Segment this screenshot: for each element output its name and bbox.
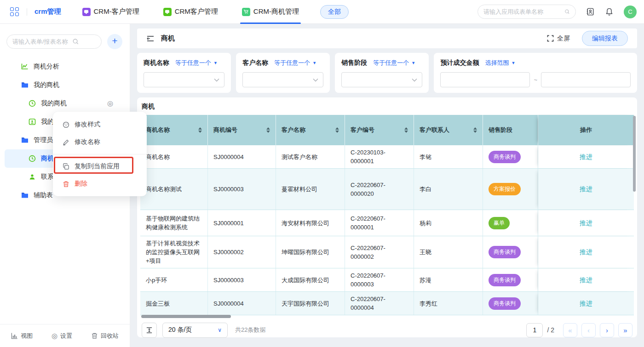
- vertical-scrollbar[interactable]: [633, 116, 636, 192]
- sort-icon[interactable]: [473, 127, 477, 133]
- sidebar-search[interactable]: [6, 34, 102, 49]
- first-page-button[interactable]: «: [563, 323, 577, 337]
- filter-operator-dropdown[interactable]: 等于任意一个▼: [274, 59, 316, 67]
- app-tab-crm-customer-2[interactable]: CRM客户管理: [163, 0, 218, 24]
- cell-opportunity-code: SJ0000001: [208, 210, 276, 236]
- chevron-down-icon: [412, 78, 417, 82]
- amount-max-input[interactable]: [541, 72, 631, 87]
- column-header-customer-code[interactable]: 客户编号: [345, 115, 414, 145]
- filter-label: 预计成交金额: [440, 59, 479, 67]
- folder-icon: [21, 137, 29, 143]
- previous-page-button[interactable]: ‹: [581, 323, 596, 337]
- page-size-select[interactable]: 20 条/页 ∨: [162, 323, 228, 338]
- tree-item-opportunity-analysis[interactable]: 商机分析: [5, 57, 125, 76]
- advance-link[interactable]: 推进: [580, 248, 592, 256]
- column-header-opportunity-name[interactable]: 商机名称: [140, 115, 208, 145]
- fullscreen-button[interactable]: 全屏: [547, 34, 570, 43]
- cell-sales-stage: 商务谈判: [483, 236, 538, 268]
- filter-value-select[interactable]: [242, 72, 323, 87]
- amount-min-input[interactable]: [440, 72, 530, 87]
- folder-icon: [21, 192, 29, 199]
- cell-opportunity-name: 商机名称测试: [140, 169, 208, 210]
- edit-report-button[interactable]: 编辑报表: [582, 31, 628, 46]
- menu-item-modify-style[interactable]: 修改样式: [53, 116, 147, 133]
- filter-customer-name: 客户名称 等于任意一个▼: [236, 53, 330, 93]
- sidebar-footer: 视图 ◎ 设置 回收站: [0, 324, 130, 347]
- sidebar-search-input[interactable]: [12, 38, 72, 45]
- stage-badge: 商务谈判: [489, 246, 521, 258]
- chevron-down-icon: [313, 78, 318, 82]
- tree-item-label: 联系: [41, 173, 54, 181]
- table-row: 基于物联网的建筑结构健康检测系统 SJ0000001 海安材料有限公司 C-20…: [140, 210, 634, 236]
- column-header-customer-contact[interactable]: 客户联系人: [414, 115, 483, 145]
- workspace-name[interactable]: crm管理: [34, 7, 61, 16]
- global-search[interactable]: [477, 5, 576, 19]
- fullscreen-icon: [547, 35, 554, 42]
- item-settings-gear-icon[interactable]: ◎: [107, 99, 113, 108]
- settings-button[interactable]: ◎ 设置: [52, 332, 72, 340]
- app-tab-label: CRM-客户管理: [94, 7, 139, 16]
- global-search-input[interactable]: [483, 8, 564, 15]
- advance-link[interactable]: 推进: [580, 185, 592, 193]
- person-icon: [29, 173, 36, 181]
- page-title: 商机: [161, 34, 175, 43]
- cell-actions: 推进: [538, 145, 634, 168]
- contacts-icon[interactable]: [586, 7, 595, 16]
- sort-icon[interactable]: [266, 127, 270, 133]
- menu-item-label: 修改样式: [75, 120, 100, 129]
- apps-grid-icon[interactable]: [10, 7, 19, 17]
- sort-icon[interactable]: [198, 127, 202, 133]
- tree-item-my-opportunity-form[interactable]: 我的商机 ◎: [5, 94, 125, 113]
- filter-value-select[interactable]: [144, 72, 224, 87]
- app-tab-crm-customer-1[interactable]: CRM-客户管理: [82, 0, 139, 24]
- clock-icon: [29, 155, 36, 162]
- add-form-button[interactable]: +: [107, 34, 122, 49]
- horizontal-scrollbar[interactable]: [141, 315, 231, 318]
- total-records-text: 共22条数据: [235, 326, 265, 334]
- search-icon: [72, 38, 79, 45]
- cell-opportunity-name: 小p手环: [140, 268, 208, 291]
- sort-icon[interactable]: [404, 127, 408, 133]
- current-page-input[interactable]: [526, 323, 543, 337]
- views-button[interactable]: 视图: [11, 332, 33, 340]
- cell-customer-name: 海安材料有限公司: [276, 210, 345, 236]
- filter-label: 客户名称: [242, 59, 268, 67]
- filter-value-select[interactable]: [341, 72, 422, 87]
- contact-card-icon: [29, 118, 36, 125]
- advance-link[interactable]: 推进: [580, 299, 592, 308]
- cell-sales-stage: 商务谈判: [483, 292, 538, 315]
- column-header-customer-name[interactable]: 客户名称: [276, 115, 345, 145]
- next-page-button[interactable]: ›: [600, 323, 614, 337]
- search-icon: [564, 8, 570, 15]
- menu-item-copy-to-current-app[interactable]: 复制到当前应用: [53, 158, 147, 175]
- user-avatar[interactable]: C: [624, 6, 637, 18]
- all-apps-button[interactable]: 全部: [320, 5, 349, 19]
- pagination-bar: 20 条/页 ∨ 共22条数据 / 2 « ‹ › »: [140, 319, 634, 341]
- advance-link[interactable]: 推进: [580, 153, 592, 161]
- collapse-sidebar-icon[interactable]: [146, 35, 155, 42]
- cell-customer-code: C-20220607-0000001: [345, 210, 414, 236]
- cell-opportunity-code: SJ0000003: [208, 169, 276, 210]
- caret-down-icon: ▼: [312, 61, 316, 65]
- app-tab-crm-opportunity[interactable]: CRM-商机管理: [242, 0, 299, 24]
- menu-item-delete[interactable]: 删除: [53, 175, 147, 193]
- tree-item-label: 商机: [41, 154, 54, 163]
- filter-operator-dropdown[interactable]: 选择范围▼: [485, 59, 515, 67]
- filter-operator-dropdown[interactable]: 等于任意一个▼: [175, 59, 218, 67]
- recycle-bin-button[interactable]: 回收站: [91, 332, 119, 340]
- app-chat-icon: [163, 8, 172, 16]
- menu-item-rename[interactable]: 修改名称: [53, 133, 147, 151]
- filter-operator-dropdown[interactable]: 等于任意一个▼: [373, 59, 415, 67]
- advance-link[interactable]: 推进: [580, 276, 592, 284]
- advance-link[interactable]: 推进: [580, 219, 592, 228]
- sort-icon[interactable]: [335, 127, 339, 133]
- tree-item-my-opportunity-folder[interactable]: 我的商机: [5, 76, 125, 94]
- filter-bar: 商机名称 等于任意一个▼ 客户名称 等于任意一个▼ 销售阶段 等于任意一个▼ 预…: [137, 53, 637, 93]
- last-page-button[interactable]: »: [618, 323, 632, 337]
- notification-bell-icon[interactable]: [605, 7, 614, 16]
- column-header-opportunity-code[interactable]: 商机编号: [208, 115, 276, 145]
- stage-badge: 商务谈判: [489, 151, 521, 163]
- row-height-button[interactable]: [142, 323, 157, 338]
- app-tab-label: CRM客户管理: [175, 7, 218, 16]
- stage-badge: 方案报价: [489, 183, 521, 195]
